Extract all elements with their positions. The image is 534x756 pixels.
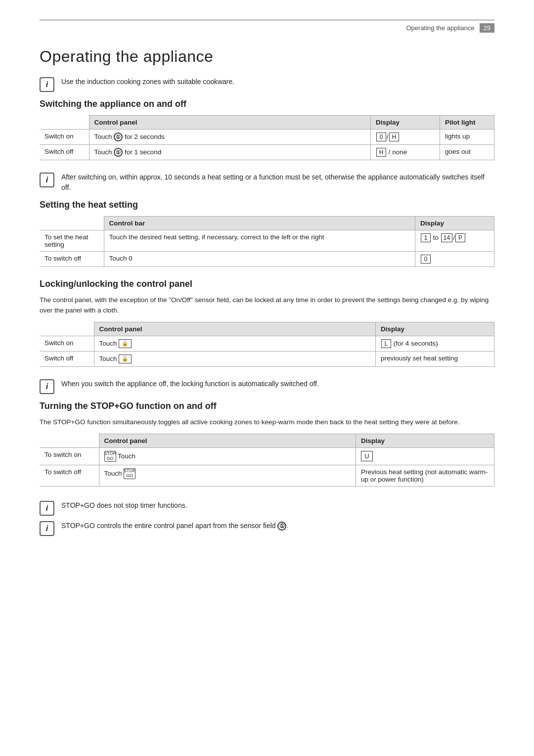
info-icon-1: i [40,77,54,92]
stopgo-icon-2: STOPGO [124,468,135,479]
lock-icon-2: 🔒 [119,355,132,363]
table-row: Switch off Touch ① for 1 second H / none… [40,145,494,160]
section3-body: The control panel, with the exception of… [40,295,494,316]
col-empty-1 [40,116,89,130]
section-heat: Setting the heat setting Control bar Dis… [40,200,494,267]
section-label: Operating the appliance [406,24,474,32]
row2-label: Switch off [40,145,89,160]
lock-icon-1: 🔒 [119,339,132,348]
row-lock1-label: Switch on [40,336,94,351]
col-empty-4 [40,434,99,447]
col-empty-3 [40,322,94,336]
col-display-4: Display [356,434,494,447]
row-lock1-control: Touch 🔒 [94,336,376,351]
col-control-panel-1: Control panel [89,116,371,130]
col-display-2: Display [415,217,494,230]
info-icon-3: i [40,379,54,394]
circle-1-icon: ① [114,133,123,141]
col-control-panel-4: Control panel [99,434,356,447]
row1-display: 0/H [371,130,440,145]
table-row: To set the heat setting Touch the desire… [40,230,494,252]
info-note-1-text: Use the induction cooking zones with sui… [61,77,494,87]
row-stopgo2-label: To switch off [40,465,99,486]
page: Operating the appliance 29 Operating the… [0,0,534,566]
col-display-3: Display [376,322,494,336]
display-box-h2: H [376,148,386,157]
row-lock1-display: L (for 4 seconds) [376,336,494,351]
row2-control: Touch ① for 1 second [89,145,371,160]
row2-display: H / none [371,145,440,160]
display-1-icon: 1 [421,233,431,242]
table-row: Switch on Touch 🔒 L (for 4 seconds) [40,336,494,351]
display-0-icon: 0 [421,255,431,264]
col-pilot-1: Pilot light [440,116,494,130]
row1-label: Switch on [40,130,89,145]
row-stopgo2-control: Touch STOPGO [99,465,356,486]
row-heat1-display: 1 to 14/P [415,230,494,252]
row-heat2-display: 0 [415,252,494,267]
row1-control: Touch ① for 2 seconds [89,130,371,145]
info-icon-2: i [40,173,54,187]
row-lock2-control: Touch 🔒 [94,351,376,366]
info-icon-4: i [40,501,54,516]
row2-pilot: goes out [440,145,494,160]
table-row: To switch off Touch 0 0 [40,252,494,267]
section-stopgo: Turning the STOP+GO function on and off … [40,401,494,487]
col-empty-2 [40,217,104,230]
row-heat2-label: To switch off [40,252,104,267]
section3-title: Locking/unlocking the control panel [40,279,494,289]
info-note-2-text: After switching on, within approx. 10 se… [61,172,494,193]
row-stopgo1-display: U [356,447,494,465]
table-row: To switch off Touch STOPGO Previous heat… [40,465,494,486]
section4-title: Turning the STOP+GO function on and off [40,401,494,411]
row-lock2-label: Switch off [40,351,94,366]
row-lock2-display: previously set heat setting [376,351,494,366]
row-stopgo1-control: STOPGO Touch [99,447,356,465]
section4-table: Control panel Display To switch on STOPG… [40,434,494,487]
table-row: Switch off Touch 🔒 previously set heat s… [40,351,494,366]
info-note-3-box: i When you switch the appliance off, the… [40,379,494,394]
col-control-panel-3: Control panel [94,322,376,336]
section1-title: Switching the appliance on and off [40,99,494,109]
section4-body: The STOP+GO function simultaneously togg… [40,417,494,428]
section3-table: Control panel Display Switch on Touch 🔒 … [40,322,494,367]
col-display-1: Display [371,116,440,130]
row-heat2-control: Touch 0 [104,252,415,267]
display-box-0: 0 [376,133,386,141]
bottom-info-group: i STOP+GO does not stop timer functions.… [40,498,494,536]
row-heat1-label: To set the heat setting [40,230,104,252]
main-title: Operating the appliance [40,47,494,66]
section-switching: Switching the appliance on and off Contr… [40,99,494,160]
display-box-h1: H [389,133,399,141]
top-rule [40,20,494,20]
circle-2-icon: ① [114,148,123,157]
info-note-4-text: STOP+GO does not stop timer functions. [61,500,494,511]
info-note-5-box: i STOP+GO controls the entire control pa… [40,521,494,536]
display-p-icon: P [455,233,465,242]
table-row: To switch on STOPGO Touch U [40,447,494,465]
page-number: 29 [480,23,494,33]
info-icon-5: i [40,521,54,536]
page-header: Operating the appliance 29 [40,23,494,33]
row-stopgo2-display: Previous heat setting (not automatic war… [356,465,494,486]
circle-sensor-icon: ① [277,522,286,531]
section1-table: Control panel Display Pilot light Switch… [40,115,494,160]
row-heat1-control: Touch the desired heat setting, if neces… [104,230,415,252]
info-note-2-box: i After switching on, within approx. 10 … [40,172,494,193]
section2-table: Control bar Display To set the heat sett… [40,216,494,267]
info-note-4-box: i STOP+GO does not stop timer functions. [40,500,494,516]
stopgo-icon-1: STOPGO [104,451,116,462]
row-stopgo1-label: To switch on [40,447,99,465]
display-u-icon: U [361,451,373,461]
section-locking: Locking/unlocking the control panel The … [40,279,494,367]
row1-pilot: lights up [440,130,494,145]
info-note-5-text: STOP+GO controls the entire control pane… [61,521,494,531]
col-control-bar: Control bar [104,217,415,230]
table-row: Switch on Touch ① for 2 seconds 0/H ligh… [40,130,494,145]
info-note-1-box: i Use the induction cooking zones with s… [40,77,494,92]
section2-title: Setting the heat setting [40,200,494,210]
display-l-icon: L [381,339,391,348]
display-14-icon: 14 [441,233,452,242]
info-note-3-text: When you switch the appliance off, the l… [61,379,494,389]
